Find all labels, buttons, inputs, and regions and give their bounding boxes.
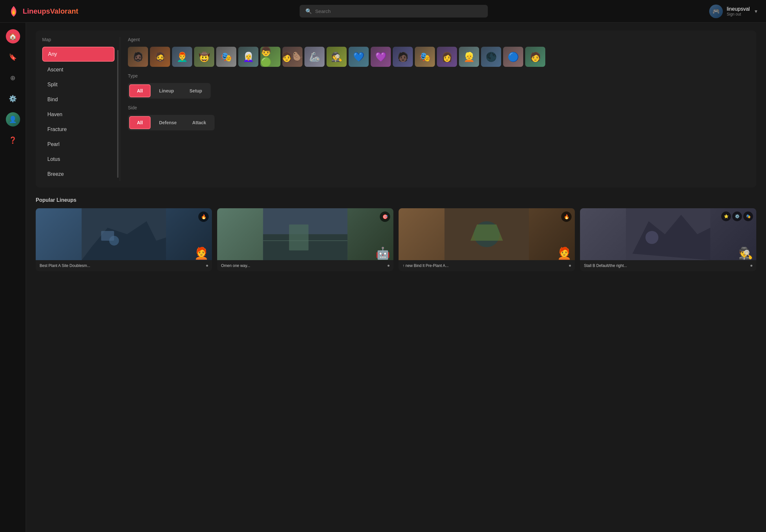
- map-scene-1: [36, 208, 212, 260]
- lineup-bottom: Best Plant A Site Doublesm...: [36, 260, 212, 271]
- flame-logo-icon: [8, 6, 19, 17]
- side-attack-button[interactable]: Attack: [185, 116, 213, 129]
- sidebar-item-home[interactable]: 🏠: [6, 29, 20, 43]
- map-item-fracture[interactable]: Fracture: [42, 123, 115, 136]
- main-content: Map Any Ascent Split Bind Haven Fracture…: [26, 23, 766, 532]
- logo[interactable]: LineupsValorant: [8, 6, 78, 17]
- type-all-button[interactable]: All: [129, 84, 151, 97]
- map-item-any[interactable]: Any: [42, 47, 115, 62]
- options-column: Agent 🧔🏿 🧔 👨‍🦰 🤠 🎭 👩‍🦳 👦🟢 🧑‍🦫 🦾 🕵️ 💙: [120, 37, 750, 181]
- popular-title: Popular Lineups: [36, 197, 756, 203]
- type-lineup-button[interactable]: Lineup: [152, 84, 181, 97]
- side-defense-button[interactable]: Defense: [152, 116, 184, 129]
- search-input[interactable]: [315, 8, 482, 14]
- map-scrollbar[interactable]: [117, 50, 118, 178]
- type-section: Type All Lineup Setup: [128, 73, 750, 99]
- lineup-thumbnail: 🔥 🧑‍🦰: [399, 208, 575, 260]
- agent-item[interactable]: 💜: [371, 47, 391, 67]
- agent-item[interactable]: 👩: [437, 47, 457, 67]
- agent-item[interactable]: 🕵️: [326, 47, 346, 67]
- svg-point-0: [12, 11, 15, 15]
- sidebar: 🏠 🔖 ⊕ ⚙️ 👤 ❓: [0, 23, 26, 532]
- map-item-pearl[interactable]: Pearl: [42, 138, 115, 151]
- agent-label: Agent: [128, 37, 750, 42]
- map-item-breeze[interactable]: Breeze: [42, 167, 115, 181]
- map-item-lotus[interactable]: Lotus: [42, 152, 115, 166]
- lineup-bottom: Omen one way...: [217, 260, 394, 271]
- sidebar-item-user[interactable]: 👤: [6, 112, 20, 127]
- lineup-title: Stall B Default/the right...: [584, 263, 627, 268]
- agent-item[interactable]: 🎭: [415, 47, 435, 67]
- avatar: 🎮: [709, 5, 723, 18]
- lineup-thumbnail: 🎯 🤖: [217, 208, 394, 260]
- lineup-card[interactable]: ⭐ ⚙️ 🎭 🕵️ Stall B Default/the right...: [580, 208, 756, 271]
- agent-item[interactable]: 🦾: [304, 47, 324, 67]
- side-label: Side: [128, 105, 750, 110]
- map-item-split[interactable]: Split: [42, 78, 115, 91]
- map-item-bind[interactable]: Bind: [42, 93, 115, 106]
- search-icon: 🔍: [305, 8, 312, 14]
- side-all-button[interactable]: All: [129, 116, 151, 129]
- type-label: Type: [128, 73, 750, 79]
- map-scene-3: [399, 208, 575, 260]
- lineup-card[interactable]: 🔥 🧑‍🦰 Best Plant A Site Doublesm...: [36, 208, 212, 271]
- map-item-ascent[interactable]: Ascent: [42, 63, 115, 77]
- badge-icon-1: ⭐: [721, 212, 731, 221]
- sidebar-item-add[interactable]: ⊕: [6, 71, 20, 85]
- map-label: Map: [42, 37, 115, 42]
- sidebar-item-help[interactable]: ❓: [6, 133, 20, 147]
- agent-item[interactable]: 🧔: [150, 47, 170, 67]
- lineup-badge: 🔥: [198, 212, 209, 222]
- lineup-dot-icon: [206, 265, 208, 267]
- lineup-bottom: Stall B Default/the right...: [580, 260, 756, 271]
- side-btn-group: All Defense Attack: [128, 115, 214, 130]
- user-info: lineupsval Sign out: [727, 6, 750, 17]
- username: lineupsval: [727, 6, 750, 12]
- agent-item[interactable]: 🎭: [216, 47, 236, 67]
- type-btn-group: All Lineup Setup: [128, 83, 211, 99]
- agent-item[interactable]: 🔵: [503, 47, 523, 67]
- chevron-down-icon[interactable]: ▼: [754, 9, 758, 14]
- user-menu[interactable]: 🎮 lineupsval Sign out ▼: [709, 5, 758, 18]
- agent-grid: 🧔🏿 🧔 👨‍🦰 🤠 🎭 👩‍🦳 👦🟢 🧑‍🦫 🦾 🕵️ 💙 💜 🧑🏿 🎭: [128, 47, 750, 67]
- type-setup-button[interactable]: Setup: [182, 84, 209, 97]
- map-list: Any Ascent Split Bind Haven Fracture Pea…: [42, 47, 115, 181]
- agent-item[interactable]: 🧑: [525, 47, 545, 67]
- agent-item[interactable]: 💙: [348, 47, 369, 67]
- main-layout: 🏠 🔖 ⊕ ⚙️ 👤 ❓ Map Any Ascent Split Bind H…: [0, 23, 766, 532]
- agent-item[interactable]: 🤠: [194, 47, 214, 67]
- badge-icon-2: ⚙️: [732, 212, 742, 221]
- lineup-badge-multi: ⭐ ⚙️ 🎭: [721, 212, 753, 221]
- sidebar-item-settings[interactable]: ⚙️: [6, 91, 20, 106]
- logo-text: LineupsValorant: [23, 7, 78, 16]
- agent-item[interactable]: 👨‍🦰: [172, 47, 192, 67]
- lineup-badge: 🎯: [380, 212, 390, 222]
- agent-item[interactable]: 🧑‍🦫: [282, 47, 302, 67]
- agent-item[interactable]: 🧑🏿: [393, 47, 413, 67]
- agent-item[interactable]: 👦🟢: [260, 47, 280, 67]
- agent-item[interactable]: 👱: [459, 47, 479, 67]
- lineup-card[interactable]: 🎯 🤖 Omen one way...: [217, 208, 394, 271]
- lineup-grid: 🔥 🧑‍🦰 Best Plant A Site Doublesm...: [36, 208, 756, 271]
- lineup-dot-icon: [750, 265, 752, 267]
- popular-section: Popular Lineups 🔥: [36, 197, 756, 271]
- lineup-thumbnail: ⭐ ⚙️ 🎭 🕵️: [580, 208, 756, 260]
- lineup-dot-icon: [388, 265, 390, 267]
- search-bar[interactable]: 🔍: [299, 5, 488, 18]
- lineup-card[interactable]: 🔥 🧑‍🦰 ↑ new Bind lt Pre-Plant A...: [399, 208, 575, 271]
- agent-item[interactable]: 👩‍🦳: [238, 47, 258, 67]
- lineup-title: ↑ new Bind lt Pre-Plant A...: [403, 263, 449, 268]
- lineup-thumbnail: 🔥 🧑‍🦰: [36, 208, 212, 260]
- svg-rect-7: [289, 224, 309, 250]
- lineup-title: Omen one way...: [221, 263, 250, 268]
- lineup-badge: 🔥: [561, 212, 572, 222]
- badge-icon-3: 🎭: [743, 212, 753, 221]
- map-scene-2: [217, 208, 394, 260]
- sidebar-item-bookmark[interactable]: 🔖: [6, 50, 20, 64]
- sign-out-link[interactable]: Sign out: [727, 12, 750, 17]
- agent-item[interactable]: 🌑: [481, 47, 501, 67]
- agent-item[interactable]: 🧔🏿: [128, 47, 148, 67]
- map-item-haven[interactable]: Haven: [42, 108, 115, 121]
- header: LineupsValorant 🔍 🎮 lineupsval Sign out …: [0, 0, 766, 23]
- svg-rect-4: [101, 231, 114, 241]
